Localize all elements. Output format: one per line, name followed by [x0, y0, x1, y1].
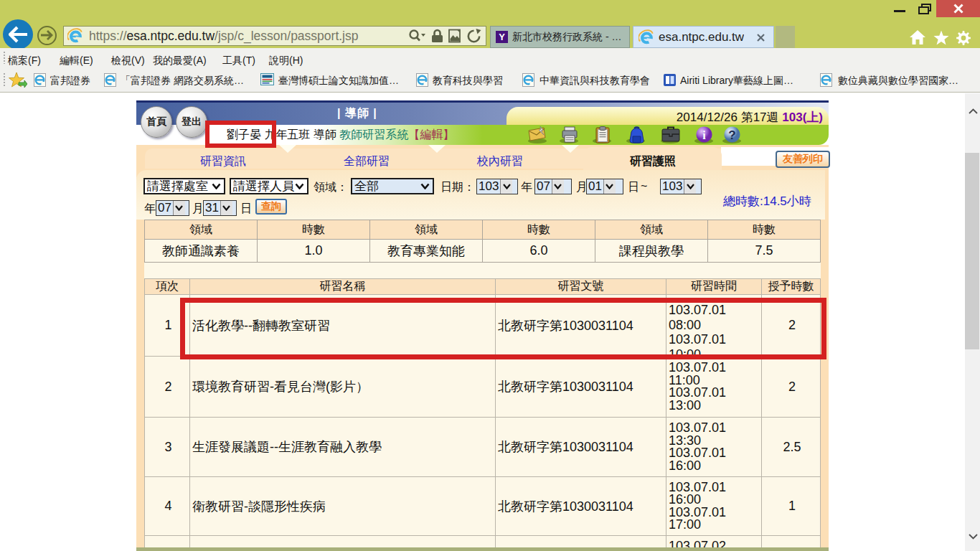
svg-text:i: i [702, 129, 706, 141]
svg-text:?: ? [728, 128, 735, 142]
